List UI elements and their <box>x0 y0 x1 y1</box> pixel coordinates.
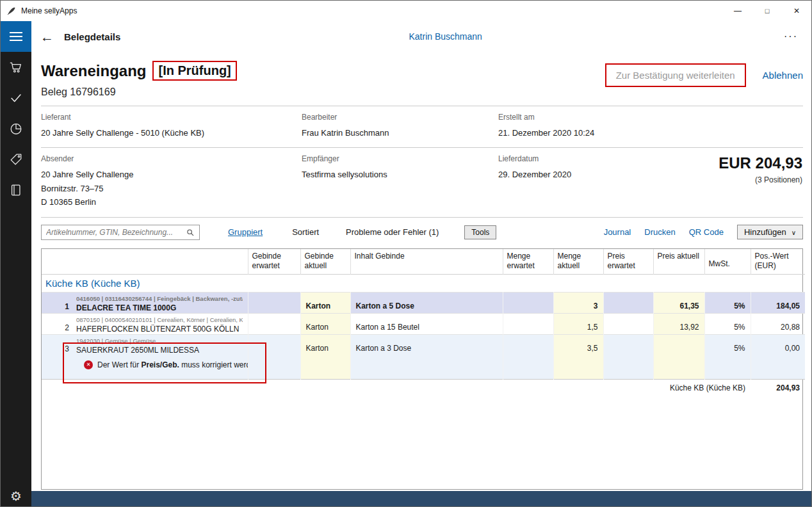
group-footer-label: Küche KB (Küche KB) <box>42 379 751 396</box>
tag-icon[interactable] <box>9 152 23 166</box>
empfaenger-label: Empfänger <box>302 154 498 163</box>
menge-aktuell-cell[interactable]: 3,5 <box>553 334 603 379</box>
app-window: Meine sellyApps — □ ✕ ← Belegdetails Kat… <box>0 0 812 507</box>
maximize-button[interactable]: □ <box>752 1 782 21</box>
positions-table-container: Gebinde erwartet Gebinde aktuell Inhalt … <box>41 248 803 490</box>
shopping-cart-icon[interactable] <box>9 60 23 74</box>
back-arrow-icon[interactable]: ← <box>40 30 54 44</box>
menge-erwartet-cell <box>503 334 553 379</box>
lieferant-value: 20 Jahre Selly Challenge - 5010 (Küche K… <box>41 126 302 140</box>
preis-aktuell-cell[interactable]: 61,35 <box>653 292 704 313</box>
col-header-menge-aktuell: Menge aktuell <box>553 249 603 275</box>
hamburger-menu-button[interactable] <box>1 21 31 52</box>
checkmark-icon[interactable] <box>9 91 23 105</box>
col-header-preis-erwartet: Preis erwartet <box>603 249 653 275</box>
pie-chart-icon[interactable] <box>9 122 23 136</box>
article-name: SAUERKRAUT 2650ML MILDESSA <box>76 346 243 355</box>
tools-button[interactable]: Tools <box>464 225 496 239</box>
validation-error-message: ✕ Der Wert für Preis/Geb. muss korrigier… <box>84 360 243 369</box>
inhalt-gebinde-cell: Karton a 5 Dose <box>350 292 503 313</box>
row-number: 1 <box>42 292 75 313</box>
search-box <box>41 225 200 240</box>
group-footer-total: 204,93 <box>751 379 805 396</box>
toolbar: Gruppiert Sortiert Probleme oder Fehler … <box>41 224 803 241</box>
preis-aktuell-cell[interactable] <box>653 334 704 379</box>
gebinde-erwartet-cell <box>248 292 300 313</box>
menge-aktuell-cell[interactable]: 1,5 <box>553 313 603 334</box>
col-header-menge-erwartet: Menge erwartet <box>503 249 553 275</box>
mwst-cell: 5% <box>704 292 751 313</box>
article-meta: 1942030 | Gemüse | Gemüse <box>76 337 243 344</box>
user-name[interactable]: Katrin Buschmann <box>120 31 770 42</box>
gebinde-aktuell-cell[interactable]: Karton <box>300 313 350 334</box>
bottom-status-bar <box>31 491 811 506</box>
col-header-gebinde-erwartet: Gebinde erwartet <box>248 249 300 275</box>
preis-aktuell-cell[interactable]: 13,92 <box>653 313 704 334</box>
search-input[interactable] <box>46 228 186 237</box>
chevron-down-icon: ∨ <box>792 229 796 236</box>
article-cell: 0416050 | 03116430256744 | Feingebäck | … <box>75 292 248 313</box>
col-header-pos-wert: Pos.-Wert (EUR) <box>751 249 805 275</box>
title-bar: Meine sellyApps — □ ✕ <box>1 1 811 21</box>
mwst-cell: 5% <box>704 313 751 334</box>
gebinde-aktuell-cell[interactable]: Karton <box>300 292 350 313</box>
status-badge-annotation: [In Prüfung] <box>152 61 236 81</box>
gruppiert-toggle[interactable]: Gruppiert <box>228 227 263 237</box>
bearbeiter-value: Frau Katrin Buschmann <box>302 126 498 140</box>
sortiert-toggle[interactable]: Sortiert <box>292 227 319 237</box>
divider <box>41 217 803 218</box>
lieferant-label: Lieferant <box>41 113 302 122</box>
info-row-1: Lieferant 20 Jahre Selly Challenge - 501… <box>41 106 803 147</box>
window-title: Meine sellyApps <box>21 6 77 15</box>
col-header-inhalt-gebinde: Inhalt Gebinde <box>350 249 503 275</box>
col-header-mwst: MwSt. <box>704 249 751 275</box>
menge-erwartet-cell <box>503 292 553 313</box>
menge-aktuell-cell[interactable]: 3 <box>553 292 603 313</box>
error-icon: ✕ <box>84 360 93 369</box>
article-cell: 1942030 | Gemüse | Gemüse SAUERKRAUT 265… <box>75 334 248 379</box>
forward-for-confirmation-button[interactable]: Zur Bestätigung weiterleiten <box>606 65 745 86</box>
probleme-filter[interactable]: Probleme oder Fehler (1) <box>346 227 439 237</box>
close-button[interactable]: ✕ <box>782 1 811 21</box>
erstellt-label: Erstellt am <box>498 113 803 122</box>
app-logo-icon <box>6 6 17 16</box>
preis-erwartet-cell <box>603 334 653 379</box>
qr-code-link[interactable]: QR Code <box>689 227 724 237</box>
forward-button-annotation: Zur Bestätigung weiterleiten <box>605 63 746 87</box>
reject-button[interactable]: Ablehnen <box>763 70 803 81</box>
col-header-preis-aktuell: Preis aktuell <box>653 249 704 275</box>
absender-value: 20 Jahre Selly Challenge Bornitzstr. 73–… <box>41 168 302 209</box>
group-header-label: Küche KB (Küche KB) <box>42 274 805 292</box>
bearbeiter-label: Bearbeiter <box>302 113 498 122</box>
hinzufuegen-button[interactable]: Hinzufügen ∨ <box>737 225 803 239</box>
pos-wert-cell: 0,00 <box>751 334 805 379</box>
gebinde-erwartet-cell <box>248 334 300 379</box>
journal-link[interactable]: Journal <box>604 227 631 237</box>
position-count: (3 Positionen) <box>719 175 802 184</box>
drucken-link[interactable]: Drucken <box>644 227 675 237</box>
minimize-button[interactable]: — <box>723 1 752 21</box>
article-meta: 0416050 | 03116430256744 | Feingebäck | … <box>76 295 243 302</box>
col-header-gebinde-aktuell: Gebinde aktuell <box>300 249 350 275</box>
lieferdatum-label: Lieferdatum <box>498 154 719 163</box>
table-row[interactable]: 1 0416050 | 03116430256744 | Feingebäck … <box>42 292 805 313</box>
search-icon[interactable] <box>186 228 195 237</box>
article-name: DELACRE TEA TIME 1000G <box>76 303 243 312</box>
erstellt-value: 21. Dezember 2020 10:24 <box>498 126 803 140</box>
document-number: Beleg 16796169 <box>41 86 237 98</box>
preis-erwartet-cell <box>603 292 653 313</box>
inhalt-gebinde-cell: Karton a 15 Beutel <box>350 313 503 334</box>
sidebar: ⚙ <box>1 52 31 506</box>
gebinde-aktuell-cell[interactable]: Karton <box>300 334 350 379</box>
more-options-icon[interactable]: ··· <box>770 31 811 42</box>
lieferdatum-value: 29. Dezember 2020 <box>498 168 719 181</box>
table-row[interactable]: 2 0870150 | 04000540210101 | Cerealien, … <box>42 313 805 334</box>
empfaenger-value: Testfirma sellysolutions <box>302 168 498 181</box>
main-content: Wareneingang [In Prüfung] Beleg 16796169… <box>31 52 811 491</box>
inhalt-gebinde-cell: Karton a 3 Dose <box>350 334 503 379</box>
positions-table: Gebinde erwartet Gebinde aktuell Inhalt … <box>42 249 805 396</box>
gebinde-erwartet-cell <box>248 313 300 334</box>
journal-book-icon[interactable] <box>9 183 23 197</box>
settings-gear-icon[interactable]: ⚙ <box>10 490 22 503</box>
table-row[interactable]: 3 1942030 | Gemüse | Gemüse SAUERKRAUT 2… <box>42 334 805 379</box>
